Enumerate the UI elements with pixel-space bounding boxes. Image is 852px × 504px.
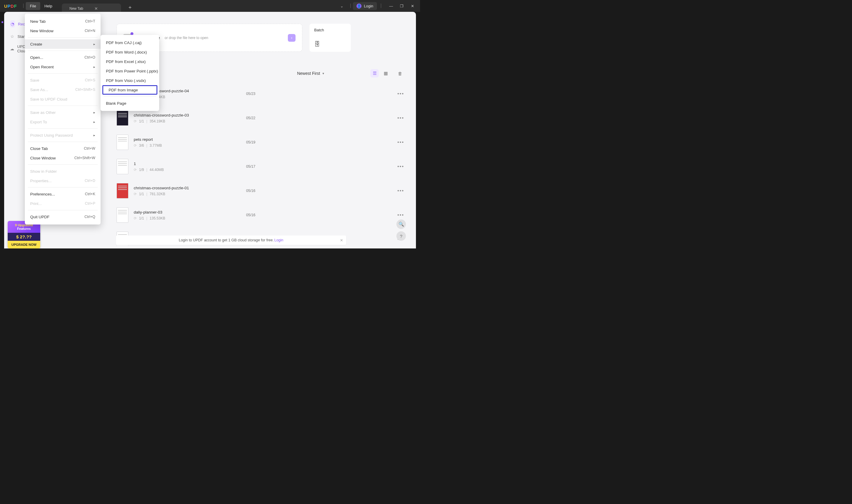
separator: | [350,3,351,8]
list-view-button[interactable]: ☰ [370,69,379,77]
more-icon[interactable]: ••• [397,212,404,218]
menu-item[interactable]: PDF from Image [102,85,157,95]
menu-item[interactable]: Close TabCtrl+W [25,144,101,153]
open-file-go-button[interactable]: › [288,34,295,42]
add-tab-button[interactable]: ＋ [125,3,135,12]
file-date: 05/17 [246,164,273,168]
chevron-right-icon: ▸ [93,42,95,46]
maximize-button[interactable]: ❐ [397,2,406,10]
menu-item-label: Save as Other [30,110,56,115]
file-meta: ⟳1/9|44.40MB [134,168,246,172]
menu-item[interactable]: Blank Page [101,98,159,108]
menu-shortcut: Ctrl+K [85,192,95,196]
menu-item[interactable]: PDF from Excel (.xlsx) [101,57,159,66]
menu-item-label: PDF from Image [109,88,138,92]
file-row[interactable]: daliy-planner-03⟳1/1|135.53KB05/16••• [116,207,404,223]
menu-item-label: Quit UPDF [30,215,49,219]
window-controls: — ❐ ✕ [386,2,417,10]
file-meta: ⟳3/6|3.77MB [134,143,246,148]
menu-item[interactable]: PDF from Visio (.vsdx) [101,76,159,85]
file-row[interactable]: christmas-crossword-puzzle-04⟳1/1|379.64… [116,86,404,102]
tab-label: New Tab [70,6,83,11]
menu-item-label: Preferences... [30,192,55,196]
close-icon[interactable]: ✕ [340,238,343,242]
cloud-sync-icon: ⟳ [134,143,137,148]
menu-item: Properties...Ctrl+D [25,176,101,185]
close-window-button[interactable]: ✕ [407,2,417,10]
more-icon[interactable]: ••• [397,140,404,145]
menu-item[interactable]: PDF from Power Point (.pptx) [101,66,159,76]
menu-item-label: Properties... [30,179,52,183]
upgrade-now-button[interactable]: UPGRADE NOW [8,241,40,249]
stack-icon: 🗄 [314,41,346,48]
grid-view-button[interactable]: ▦ [382,69,390,77]
menu-item[interactable]: Quit UPDFCtrl+Q [25,212,101,221]
file-name: daliy-planner-03 [134,210,246,214]
help-menu-button[interactable]: Help [40,2,56,10]
file-size: 354.19KB [150,119,165,123]
star-icon: ☆ [10,33,15,40]
menu-shortcut: Ctrl+Shift+S [75,88,95,92]
menu-item-label: Blank Page [106,101,126,106]
menu-item: Export To▸ [25,117,101,127]
login-button[interactable]: 👤 Login [353,2,377,10]
more-icon[interactable]: ••• [397,164,404,169]
search-fab[interactable]: 🔍 [396,219,406,229]
trash-button[interactable]: 🗑 [396,69,404,77]
file-row[interactable]: christmas-crossword-puzzle-03⟳1/1|354.19… [116,110,404,126]
menu-item-label: Close Tab [30,146,48,151]
promo-price: $ 2?.?? [8,233,40,241]
menu-item[interactable]: Open Recent▸ [25,62,101,72]
chevron-right-icon: ▸ [93,65,95,69]
menu-item[interactable]: New WindowCtrl+N [25,26,101,36]
more-icon[interactable]: ••• [397,188,404,194]
sort-label: Newest First [297,71,320,76]
login-link[interactable]: Login [274,238,284,242]
menu-item[interactable]: Preferences...Ctrl+K [25,189,101,199]
sort-dropdown[interactable]: Newest First ▾ [297,71,324,76]
chevron-down-icon[interactable]: ⌄ [340,4,343,8]
menu-item-label: Close Window [30,156,56,160]
file-pages: 1/1 [139,192,144,196]
upgrade-promo[interactable]: 9 Upgraded Features $ 2?.?? UPGRADE NOW [8,221,40,249]
menu-item-label: Protect Using Password [30,133,73,138]
menu-item[interactable]: Close WindowCtrl+Shift+W [25,153,101,163]
more-icon[interactable]: ••• [397,91,404,96]
menu-shortcut: Ctrl+W [84,146,95,150]
close-icon[interactable]: ✕ [94,6,98,11]
file-menu-button[interactable]: File [26,2,40,10]
more-icon[interactable]: ••• [397,115,404,121]
menu-separator [28,142,97,142]
menu-item[interactable]: Create▸ [25,39,101,49]
minimize-button[interactable]: — [386,2,396,10]
file-row[interactable]: 1⟳1/9|44.40MB05/17••• [116,159,404,174]
menu-shortcut: Ctrl+P [85,201,95,205]
recent-files-list: christmas-crossword-puzzle-04⟳1/1|379.64… [116,86,404,247]
menu-item[interactable]: PDF from Word (.docx) [101,47,159,57]
chevron-right-icon: ▸ [93,133,95,137]
menu-item[interactable]: Open...Ctrl+O [25,53,101,62]
menu-item-label: Create [30,42,42,47]
file-row[interactable]: christmas-crossword-puzzle-01⟳1/1|781.32… [116,183,404,198]
chevron-down-icon: ▾ [323,72,324,75]
file-meta: ⟳1/1|781.32KB [134,192,246,196]
menu-separator [28,128,97,129]
file-row[interactable]: pets report⟳3/6|3.77MB05/19••• [116,134,404,150]
menu-item-label: New Window [30,29,54,33]
menu-separator [28,210,97,210]
file-thumbnail [116,134,128,150]
help-fab[interactable]: ? [396,231,406,241]
menu-item[interactable]: PDF from CAJ (.caj) [101,38,159,47]
clock-icon: ◔ [10,20,15,28]
chevron-right-icon: ▸ [93,120,95,124]
menu-shortcut: Ctrl+D [85,179,95,183]
menu-item-label: PDF from Excel (.xlsx) [106,59,146,64]
file-date: 05/19 [246,140,273,144]
menu-item: Save As...Ctrl+Shift+S [25,85,101,94]
menu-item[interactable]: New TabCtrl+T [25,17,101,26]
menu-item-label: Save As... [30,88,48,92]
batch-card[interactable]: Batch 🗄 [309,24,351,52]
chevron-right-icon: ▸ [93,111,95,114]
menu-item-label: New Tab [30,19,46,24]
active-tab-indicator [1,21,3,23]
